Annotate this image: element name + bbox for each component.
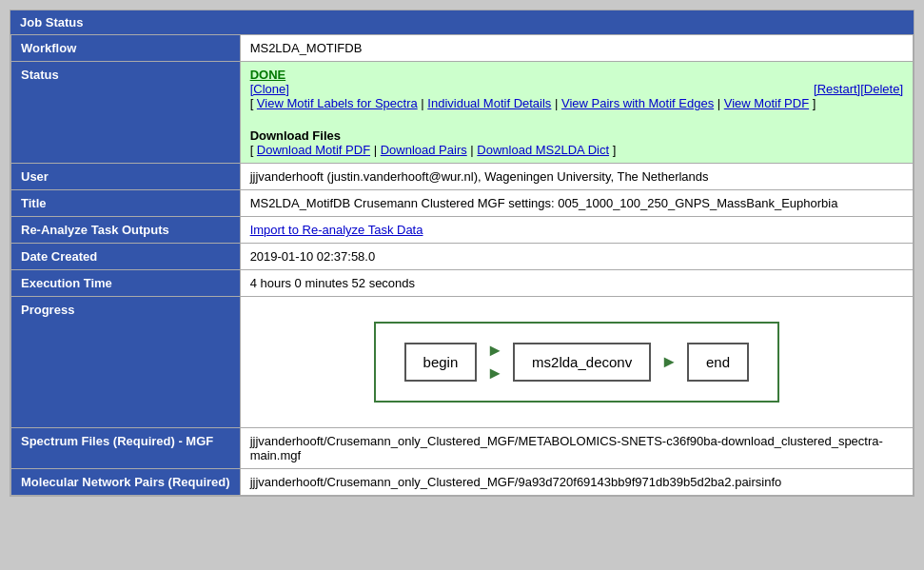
panel-header: Job Status [10, 10, 914, 34]
date-label: Date Created [11, 244, 241, 270]
arrow-bottom: ► [486, 364, 503, 383]
arrow-group-1: ► ► [486, 341, 503, 383]
spectrum-files-label: Spectrum Files (Required) - MGF [11, 428, 241, 469]
delete-link[interactable]: [Delete] [860, 82, 903, 96]
reanalyze-link[interactable]: Import to Re-analyze Task Data [250, 223, 423, 237]
progress-label: Progress [11, 297, 241, 428]
job-status-panel: Job Status Workflow MS2LDA_MOTIFDB Statu… [10, 10, 914, 497]
view-pairs-link[interactable]: View Pairs with Motif Edges [561, 96, 714, 110]
clone-link[interactable]: [Clone] [250, 82, 289, 96]
workflow-row: Workflow MS2LDA_MOTIFDB [11, 35, 914, 62]
spectrum-files-value: jjjvanderhooft/Crusemann_only_Clustered_… [240, 428, 913, 469]
view-motif-labels-link[interactable]: View Motif Labels for Spectra [257, 96, 418, 110]
arrow-group-2: ► [660, 352, 678, 372]
begin-node: begin [404, 343, 478, 382]
title-value: MS2LDA_MotifDB Crusemann Clustered MGF s… [240, 190, 913, 217]
progress-diagram: begin ► ► ms2lda_deconv ► end [250, 303, 903, 422]
download-ms2lda-dict-link[interactable]: Download MS2LDA Dict [477, 143, 609, 157]
status-value: DONE [Clone] [Restart][Delete] [ View Mo… [240, 62, 913, 164]
job-status-table: Workflow MS2LDA_MOTIFDB Status DONE [Clo… [10, 34, 914, 496]
status-label: Status [11, 62, 241, 164]
user-row: User jjjvanderhooft (justin.vanderhooft@… [11, 164, 914, 190]
progress-row: Progress begin ► ► ms2lda_deconv ► [11, 297, 914, 428]
execution-time-label: Execution Time [11, 270, 241, 297]
reanalyze-row: Re-Analyze Task Outputs Import to Re-ana… [11, 217, 914, 244]
execution-time-row: Execution Time 4 hours 0 minutes 52 seco… [11, 270, 914, 297]
arrow-single: ► [660, 352, 678, 372]
arrow-top: ► [486, 341, 503, 361]
individual-motif-details-link[interactable]: Individual Motif Details [427, 96, 551, 110]
molecular-network-label: Molecular Network Pairs (Required) [11, 469, 241, 496]
title-row: Title MS2LDA_MotifDB Crusemann Clustered… [11, 190, 914, 217]
reanalyze-value: Import to Re-analyze Task Data [240, 217, 913, 244]
date-value: 2019-01-10 02:37:58.0 [240, 244, 913, 270]
download-motif-pdf-link[interactable]: Download Motif PDF [257, 143, 370, 157]
molecular-network-row: Molecular Network Pairs (Required) jjjva… [11, 469, 914, 496]
status-row: Status DONE [Clone] [Restart][Delete] [ … [11, 62, 914, 164]
user-label: User [11, 164, 241, 190]
status-links: [ View Motif Labels for Spectra | Indivi… [250, 96, 816, 110]
progress-value: begin ► ► ms2lda_deconv ► end [240, 297, 913, 428]
reanalyze-label: Re-Analyze Task Outputs [11, 217, 241, 244]
workflow-value: MS2LDA_MOTIFDB [240, 35, 913, 62]
restart-link[interactable]: [Restart] [814, 82, 860, 96]
restart-delete: [Restart][Delete] [814, 82, 903, 96]
download-links: [ Download Motif PDF | Download Pairs | … [250, 143, 617, 157]
view-motif-pdf-link[interactable]: View Motif PDF [724, 96, 809, 110]
execution-time-value: 4 hours 0 minutes 52 seconds [240, 270, 913, 297]
molecular-network-value: jjjvanderhooft/Crusemann_only_Clustered_… [240, 469, 913, 496]
user-value: jjjvanderhooft (justin.vanderhooft@wur.n… [240, 164, 913, 190]
done-text: DONE [250, 68, 286, 82]
spectrum-files-row: Spectrum Files (Required) - MGF jjjvande… [11, 428, 914, 469]
date-row: Date Created 2019-01-10 02:37:58.0 [11, 244, 914, 270]
download-files-label: Download Files [250, 128, 903, 143]
end-node: end [687, 343, 749, 382]
title-label: Title [11, 190, 241, 217]
download-pairs-link[interactable]: Download Pairs [381, 143, 467, 157]
ms2lda-deconv-node: ms2lda_deconv [513, 343, 651, 382]
flow-diagram-box: begin ► ► ms2lda_deconv ► end [374, 322, 779, 403]
workflow-label: Workflow [11, 35, 241, 62]
